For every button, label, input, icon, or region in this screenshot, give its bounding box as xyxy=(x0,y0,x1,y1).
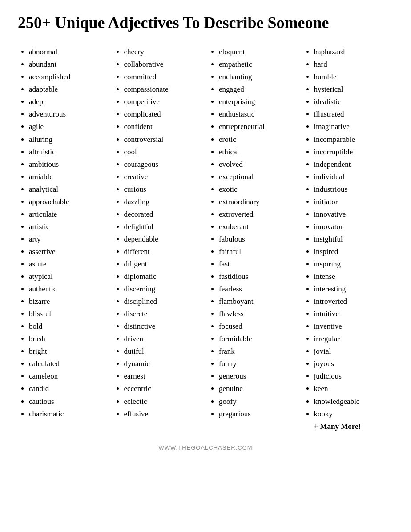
list-item: dynamic xyxy=(124,358,201,370)
list-item: candid xyxy=(29,383,106,395)
list-item: extraordinary xyxy=(219,196,296,208)
list-item: industrious xyxy=(314,183,391,196)
list-item: eclectic xyxy=(124,395,201,408)
list-item: enthusiastic xyxy=(219,108,296,121)
list-item: inspiring xyxy=(314,258,391,270)
list-item: erotic xyxy=(219,133,296,146)
list-item: humble xyxy=(314,71,391,83)
list-item: intense xyxy=(314,270,391,283)
list-item: effusive xyxy=(124,408,201,420)
list-item: competitive xyxy=(124,96,201,108)
list-item: fabulous xyxy=(219,233,296,246)
list-item: formidable xyxy=(219,333,296,345)
list-item: introverted xyxy=(314,295,391,308)
list-item: innovator xyxy=(314,221,391,233)
column-1: abnormalabundantaccomplishedadaptableade… xyxy=(18,46,109,431)
list-item: earnest xyxy=(124,370,201,383)
list-item: gregarious xyxy=(219,408,296,420)
list-item: assertive xyxy=(29,246,106,258)
list-item: bizarre xyxy=(29,295,106,308)
list-item: agile xyxy=(29,121,106,133)
list-item: controversial xyxy=(124,133,201,146)
list-item: insightful xyxy=(314,233,391,246)
list-item: adaptable xyxy=(29,83,106,96)
list-item: adventurous xyxy=(29,108,106,121)
list-item: enchanting xyxy=(219,71,296,83)
list-item: delightful xyxy=(124,221,201,233)
list-item: faithful xyxy=(219,246,296,258)
list-item: diplomatic xyxy=(124,270,201,283)
list-item: focused xyxy=(219,320,296,333)
list-item: haphazard xyxy=(314,46,391,58)
list-item: imaginative xyxy=(314,121,391,133)
list-item: amiable xyxy=(29,171,106,183)
list-item: authentic xyxy=(29,283,106,295)
list-item: altruistic xyxy=(29,146,106,158)
list-item: illustrated xyxy=(314,108,391,121)
list-item: exceptional xyxy=(219,171,296,183)
list-item: exuberant xyxy=(219,221,296,233)
list-item: decorated xyxy=(124,208,201,221)
list-item: enterprising xyxy=(219,96,296,108)
list-item: distinctive xyxy=(124,320,201,333)
list-item: accomplished xyxy=(29,71,106,83)
list-item: judicious xyxy=(314,370,391,383)
list-item: extroverted xyxy=(219,208,296,221)
page-title: 250+ Unique Adjectives To Describe Someo… xyxy=(18,13,393,32)
list-item: compassionate xyxy=(124,83,201,96)
list-item: innovative xyxy=(314,208,391,221)
list-item: articulate xyxy=(29,208,106,221)
list-item: eloquent xyxy=(219,46,296,58)
list-item: incorruptible xyxy=(314,146,391,158)
list-item: goofy xyxy=(219,395,296,408)
list-item: driven xyxy=(124,333,201,345)
list-item: engaged xyxy=(219,83,296,96)
plus-more-label: + Many More! xyxy=(305,422,391,431)
list-item: creative xyxy=(124,171,201,183)
list-item: interesting xyxy=(314,283,391,295)
list-item: arty xyxy=(29,233,106,246)
adjectives-grid: abnormalabundantaccomplishedadaptableade… xyxy=(18,46,393,431)
list-item: joyous xyxy=(314,358,391,370)
list-item: fastidious xyxy=(219,270,296,283)
list-item: hysterical xyxy=(314,83,391,96)
list-item: fearless xyxy=(219,283,296,295)
list-item: courageous xyxy=(124,158,201,171)
list-item: idealistic xyxy=(314,96,391,108)
list-item: curious xyxy=(124,183,201,196)
footer-url: WWW.THEGOALCHASER.COM xyxy=(18,444,393,451)
list-item: discrete xyxy=(124,308,201,320)
list-item: fast xyxy=(219,258,296,270)
list-item: dutiful xyxy=(124,345,201,358)
column-2: cheerycollaborativecommittedcompassionat… xyxy=(113,46,204,431)
list-item: kooky xyxy=(314,408,391,420)
list-item: generous xyxy=(219,370,296,383)
list-item: complicated xyxy=(124,108,201,121)
list-item: bold xyxy=(29,320,106,333)
list-item: collaborative xyxy=(124,58,201,71)
list-item: irregular xyxy=(314,333,391,345)
list-item: exotic xyxy=(219,183,296,196)
list-item: knowledgeable xyxy=(314,395,391,408)
list-item: genuine xyxy=(219,383,296,395)
list-item: incomparable xyxy=(314,133,391,146)
list-item: alluring xyxy=(29,133,106,146)
list-item: abnormal xyxy=(29,46,106,58)
list-item: abundant xyxy=(29,58,106,71)
list-item: cool xyxy=(124,146,201,158)
list-item: artistic xyxy=(29,221,106,233)
list-item: initiator xyxy=(314,196,391,208)
column-4: haphazardhardhumblehystericalidealistici… xyxy=(303,46,394,431)
list-item: disciplined xyxy=(124,295,201,308)
list-item: discerning xyxy=(124,283,201,295)
list-item: inspired xyxy=(314,246,391,258)
column-3: eloquentempatheticenchantingengagedenter… xyxy=(208,46,298,431)
list-item: hard xyxy=(314,58,391,71)
list-item: dependable xyxy=(124,233,201,246)
list-item: frank xyxy=(219,345,296,358)
list-item: confident xyxy=(124,121,201,133)
list-item: adept xyxy=(29,96,106,108)
list-item: bright xyxy=(29,345,106,358)
list-item: ethical xyxy=(219,146,296,158)
list-item: evolved xyxy=(219,158,296,171)
